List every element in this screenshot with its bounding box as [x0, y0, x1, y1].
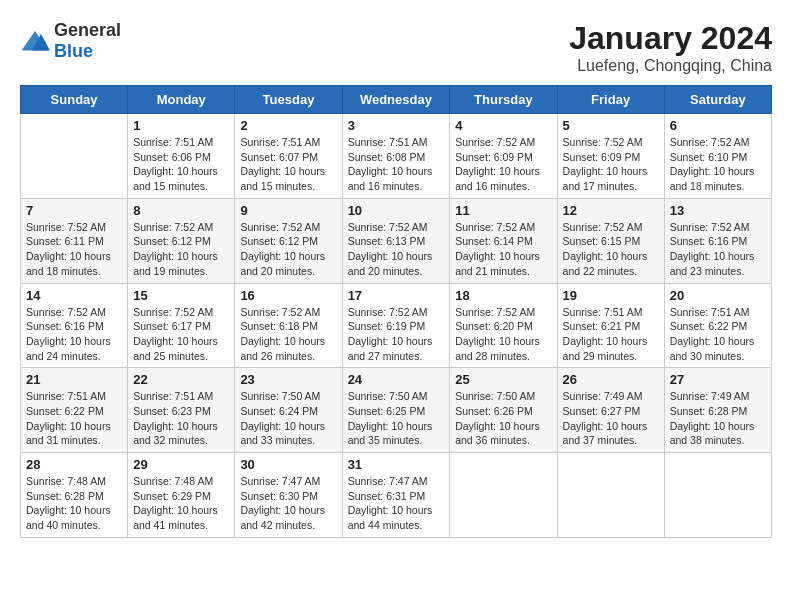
- day-number: 5: [563, 118, 659, 133]
- calendar-table: SundayMondayTuesdayWednesdayThursdayFrid…: [20, 85, 772, 538]
- day-number: 15: [133, 288, 229, 303]
- day-info: Sunrise: 7:52 AM Sunset: 6:17 PM Dayligh…: [133, 305, 229, 364]
- calendar-week-3: 14Sunrise: 7:52 AM Sunset: 6:16 PM Dayli…: [21, 283, 772, 368]
- calendar-cell: 7Sunrise: 7:52 AM Sunset: 6:11 PM Daylig…: [21, 198, 128, 283]
- calendar-week-5: 28Sunrise: 7:48 AM Sunset: 6:28 PM Dayli…: [21, 453, 772, 538]
- day-info: Sunrise: 7:51 AM Sunset: 6:22 PM Dayligh…: [26, 389, 122, 448]
- title-section: January 2024 Luefeng, Chongqing, China: [569, 20, 772, 75]
- calendar-cell: 13Sunrise: 7:52 AM Sunset: 6:16 PM Dayli…: [664, 198, 771, 283]
- day-info: Sunrise: 7:52 AM Sunset: 6:11 PM Dayligh…: [26, 220, 122, 279]
- calendar-cell: 10Sunrise: 7:52 AM Sunset: 6:13 PM Dayli…: [342, 198, 450, 283]
- day-info: Sunrise: 7:49 AM Sunset: 6:28 PM Dayligh…: [670, 389, 766, 448]
- calendar-cell: 28Sunrise: 7:48 AM Sunset: 6:28 PM Dayli…: [21, 453, 128, 538]
- day-number: 8: [133, 203, 229, 218]
- calendar-cell: 11Sunrise: 7:52 AM Sunset: 6:14 PM Dayli…: [450, 198, 557, 283]
- calendar-cell: 12Sunrise: 7:52 AM Sunset: 6:15 PM Dayli…: [557, 198, 664, 283]
- day-number: 12: [563, 203, 659, 218]
- day-number: 20: [670, 288, 766, 303]
- calendar-cell: 3Sunrise: 7:51 AM Sunset: 6:08 PM Daylig…: [342, 114, 450, 199]
- header-day-sunday: Sunday: [21, 86, 128, 114]
- day-number: 28: [26, 457, 122, 472]
- day-number: 24: [348, 372, 445, 387]
- calendar-cell: 31Sunrise: 7:47 AM Sunset: 6:31 PM Dayli…: [342, 453, 450, 538]
- day-info: Sunrise: 7:47 AM Sunset: 6:31 PM Dayligh…: [348, 474, 445, 533]
- calendar-cell: 14Sunrise: 7:52 AM Sunset: 6:16 PM Dayli…: [21, 283, 128, 368]
- day-info: Sunrise: 7:47 AM Sunset: 6:30 PM Dayligh…: [240, 474, 336, 533]
- day-number: 13: [670, 203, 766, 218]
- day-info: Sunrise: 7:52 AM Sunset: 6:16 PM Dayligh…: [670, 220, 766, 279]
- day-number: 23: [240, 372, 336, 387]
- calendar-cell: 9Sunrise: 7:52 AM Sunset: 6:12 PM Daylig…: [235, 198, 342, 283]
- calendar-cell: 30Sunrise: 7:47 AM Sunset: 6:30 PM Dayli…: [235, 453, 342, 538]
- day-number: 25: [455, 372, 551, 387]
- header-day-monday: Monday: [128, 86, 235, 114]
- day-number: 29: [133, 457, 229, 472]
- day-info: Sunrise: 7:52 AM Sunset: 6:15 PM Dayligh…: [563, 220, 659, 279]
- day-info: Sunrise: 7:51 AM Sunset: 6:08 PM Dayligh…: [348, 135, 445, 194]
- main-title: January 2024: [569, 20, 772, 57]
- day-info: Sunrise: 7:52 AM Sunset: 6:09 PM Dayligh…: [455, 135, 551, 194]
- day-info: Sunrise: 7:52 AM Sunset: 6:12 PM Dayligh…: [133, 220, 229, 279]
- calendar-week-1: 1Sunrise: 7:51 AM Sunset: 6:06 PM Daylig…: [21, 114, 772, 199]
- page-header: General Blue January 2024 Luefeng, Chong…: [20, 20, 772, 75]
- day-info: Sunrise: 7:51 AM Sunset: 6:22 PM Dayligh…: [670, 305, 766, 364]
- day-info: Sunrise: 7:52 AM Sunset: 6:10 PM Dayligh…: [670, 135, 766, 194]
- day-info: Sunrise: 7:52 AM Sunset: 6:20 PM Dayligh…: [455, 305, 551, 364]
- calendar-cell: 22Sunrise: 7:51 AM Sunset: 6:23 PM Dayli…: [128, 368, 235, 453]
- day-number: 2: [240, 118, 336, 133]
- day-info: Sunrise: 7:52 AM Sunset: 6:14 PM Dayligh…: [455, 220, 551, 279]
- day-number: 26: [563, 372, 659, 387]
- day-info: Sunrise: 7:50 AM Sunset: 6:25 PM Dayligh…: [348, 389, 445, 448]
- day-info: Sunrise: 7:48 AM Sunset: 6:29 PM Dayligh…: [133, 474, 229, 533]
- day-info: Sunrise: 7:50 AM Sunset: 6:24 PM Dayligh…: [240, 389, 336, 448]
- calendar-cell: [664, 453, 771, 538]
- day-number: 4: [455, 118, 551, 133]
- logo-text-general: General: [54, 20, 121, 40]
- day-number: 27: [670, 372, 766, 387]
- logo-text-blue: Blue: [54, 41, 93, 61]
- header-day-saturday: Saturday: [664, 86, 771, 114]
- calendar-cell: 16Sunrise: 7:52 AM Sunset: 6:18 PM Dayli…: [235, 283, 342, 368]
- header-day-thursday: Thursday: [450, 86, 557, 114]
- day-info: Sunrise: 7:49 AM Sunset: 6:27 PM Dayligh…: [563, 389, 659, 448]
- day-number: 21: [26, 372, 122, 387]
- day-info: Sunrise: 7:52 AM Sunset: 6:18 PM Dayligh…: [240, 305, 336, 364]
- header-day-wednesday: Wednesday: [342, 86, 450, 114]
- calendar-cell: 8Sunrise: 7:52 AM Sunset: 6:12 PM Daylig…: [128, 198, 235, 283]
- day-info: Sunrise: 7:52 AM Sunset: 6:12 PM Dayligh…: [240, 220, 336, 279]
- day-info: Sunrise: 7:51 AM Sunset: 6:07 PM Dayligh…: [240, 135, 336, 194]
- day-number: 11: [455, 203, 551, 218]
- day-number: 16: [240, 288, 336, 303]
- header-day-friday: Friday: [557, 86, 664, 114]
- day-info: Sunrise: 7:50 AM Sunset: 6:26 PM Dayligh…: [455, 389, 551, 448]
- calendar-cell: [21, 114, 128, 199]
- day-number: 6: [670, 118, 766, 133]
- calendar-cell: 19Sunrise: 7:51 AM Sunset: 6:21 PM Dayli…: [557, 283, 664, 368]
- logo-icon: [20, 29, 50, 54]
- calendar-cell: [450, 453, 557, 538]
- day-number: 18: [455, 288, 551, 303]
- day-number: 10: [348, 203, 445, 218]
- day-number: 9: [240, 203, 336, 218]
- calendar-cell: 25Sunrise: 7:50 AM Sunset: 6:26 PM Dayli…: [450, 368, 557, 453]
- day-number: 30: [240, 457, 336, 472]
- header-day-tuesday: Tuesday: [235, 86, 342, 114]
- calendar-cell: 6Sunrise: 7:52 AM Sunset: 6:10 PM Daylig…: [664, 114, 771, 199]
- calendar-cell: 5Sunrise: 7:52 AM Sunset: 6:09 PM Daylig…: [557, 114, 664, 199]
- calendar-cell: 4Sunrise: 7:52 AM Sunset: 6:09 PM Daylig…: [450, 114, 557, 199]
- calendar-cell: 2Sunrise: 7:51 AM Sunset: 6:07 PM Daylig…: [235, 114, 342, 199]
- calendar-cell: 20Sunrise: 7:51 AM Sunset: 6:22 PM Dayli…: [664, 283, 771, 368]
- subtitle: Luefeng, Chongqing, China: [569, 57, 772, 75]
- logo: General Blue: [20, 20, 121, 62]
- day-number: 17: [348, 288, 445, 303]
- calendar-cell: 1Sunrise: 7:51 AM Sunset: 6:06 PM Daylig…: [128, 114, 235, 199]
- day-number: 3: [348, 118, 445, 133]
- day-number: 31: [348, 457, 445, 472]
- calendar-week-2: 7Sunrise: 7:52 AM Sunset: 6:11 PM Daylig…: [21, 198, 772, 283]
- calendar-cell: 17Sunrise: 7:52 AM Sunset: 6:19 PM Dayli…: [342, 283, 450, 368]
- day-info: Sunrise: 7:52 AM Sunset: 6:13 PM Dayligh…: [348, 220, 445, 279]
- day-info: Sunrise: 7:51 AM Sunset: 6:23 PM Dayligh…: [133, 389, 229, 448]
- day-number: 1: [133, 118, 229, 133]
- calendar-cell: 27Sunrise: 7:49 AM Sunset: 6:28 PM Dayli…: [664, 368, 771, 453]
- calendar-cell: 23Sunrise: 7:50 AM Sunset: 6:24 PM Dayli…: [235, 368, 342, 453]
